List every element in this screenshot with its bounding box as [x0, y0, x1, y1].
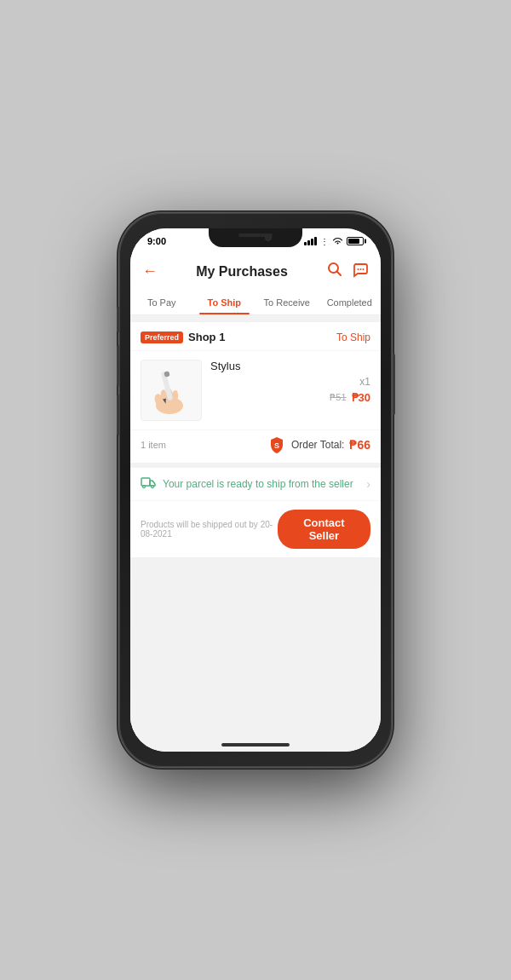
preferred-badge: Preferred: [141, 331, 183, 343]
tab-completed[interactable]: Completed: [319, 289, 382, 314]
chevron-right-icon: ›: [366, 477, 370, 491]
shop-status: To Ship: [336, 331, 370, 343]
notch: [209, 228, 302, 247]
svg-point-17: [152, 486, 154, 488]
order-card: Preferred Shop 1 To Ship: [130, 322, 381, 463]
side-button-power: [393, 354, 395, 415]
contact-seller-button[interactable]: Contact Seller: [278, 510, 370, 549]
tab-to-pay[interactable]: To Pay: [130, 289, 193, 314]
svg-point-4: [362, 268, 364, 270]
svg-text:S: S: [274, 441, 279, 450]
shop-left: Preferred Shop 1: [141, 331, 225, 343]
order-total-amount: ₱66: [349, 438, 370, 452]
battery-icon: [347, 237, 364, 245]
tab-to-ship[interactable]: To Ship: [193, 289, 256, 314]
side-button-vol-up: [117, 345, 119, 386]
ship-date-text: Products will be shipped out by 20-08-20…: [141, 520, 278, 539]
shop-header: Preferred Shop 1 To Ship: [130, 322, 381, 351]
total-right: S Order Total: ₱66: [267, 435, 370, 454]
product-row: Stylus x1 ₱51 ₱30: [130, 351, 381, 429]
order-total-row: 1 item S Order Total: ₱66: [130, 429, 381, 463]
product-prices: ₱51 ₱30: [210, 391, 370, 404]
wifi-icon: [332, 237, 343, 245]
status-icons: ⋮︎: [304, 237, 364, 246]
product-image: [141, 360, 202, 421]
tab-to-receive[interactable]: To Receive: [256, 289, 319, 314]
chat-icon[interactable]: [352, 261, 369, 282]
svg-point-2: [357, 268, 359, 270]
side-button-silent: [117, 307, 119, 332]
shipping-notification[interactable]: Your parcel is ready to ship from the se…: [130, 463, 381, 500]
svg-line-1: [336, 272, 341, 276]
svg-point-3: [359, 268, 361, 270]
signal-icon: [304, 237, 317, 245]
app-content: ← My Purchases: [130, 252, 381, 752]
truck-icon: [141, 476, 156, 492]
home-indicator: [221, 743, 290, 747]
shopee-shield-icon: S: [267, 435, 286, 454]
product-name: Stylus: [210, 360, 370, 372]
back-button[interactable]: ←: [142, 262, 158, 280]
price-sale: ₱30: [352, 391, 370, 404]
items-count: 1 item: [141, 440, 166, 450]
product-info: Stylus x1 ₱51 ₱30: [210, 360, 370, 404]
header-actions: [326, 261, 369, 282]
search-icon[interactable]: [326, 261, 343, 282]
speaker: [238, 233, 273, 237]
empty-content: [130, 557, 381, 752]
shipping-left: Your parcel is ready to ship from the se…: [141, 476, 353, 492]
shipping-message: Your parcel is ready to ship from the se…: [163, 478, 353, 490]
wifi-icon: ⋮︎: [320, 237, 329, 246]
side-button-vol-down: [117, 395, 119, 435]
status-time: 9:00: [147, 236, 166, 246]
page-title: My Purchases: [196, 264, 288, 280]
page-header: ← My Purchases: [130, 252, 381, 289]
shop-name: Shop 1: [188, 331, 225, 343]
price-original: ₱51: [330, 392, 346, 403]
phone-screen: 9:00 ⋮︎: [130, 228, 381, 752]
actions-row: Products will be shipped out by 20-08-20…: [130, 500, 381, 557]
product-quantity: x1: [210, 376, 370, 388]
tab-bar: To Pay To Ship To Receive Completed: [130, 289, 381, 315]
svg-rect-15: [141, 478, 150, 486]
svg-point-16: [143, 486, 146, 488]
phone-shell: 9:00 ⋮︎: [119, 213, 392, 767]
order-total-label: Order Total:: [291, 439, 344, 451]
